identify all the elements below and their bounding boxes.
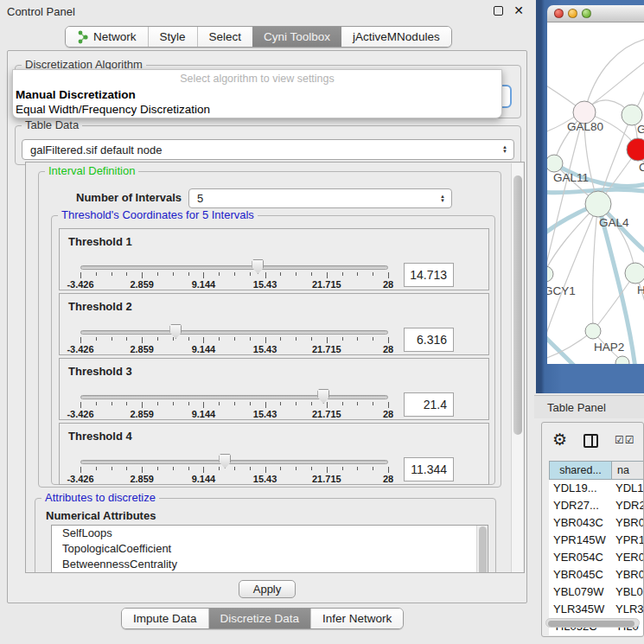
algorithm-option[interactable]: Equal Width/Frequency Discretization [13,102,501,117]
threshold-value-input[interactable]: 14.713 [404,263,454,287]
table-cell[interactable]: YER054C [549,549,611,566]
scrollbar-thumb[interactable] [548,621,634,627]
tick-mark [96,272,97,276]
threshold-slider-track[interactable] [80,330,388,335]
tick-mark [157,402,158,405]
attributes-group: Attributes to discretize Numerical Attri… [35,498,496,573]
table-data-combobox[interactable]: galFiltered.sif default node ▲ ▼ [22,139,514,160]
threshold-slider-thumb[interactable] [169,324,182,339]
table-cell[interactable]: YPR145W [549,532,611,549]
float-window-icon[interactable] [494,6,503,16]
threshold-slider-track[interactable] [80,460,388,464]
threshold-value-input[interactable]: 21.4 [404,392,454,417]
tick-mark [296,402,296,405]
numerical-attributes-list[interactable]: SelfLoopsTopologicalCoefficientBetweenne… [51,525,488,573]
network-node-c[interactable] [627,138,644,161]
tab-network[interactable]: Network [66,27,148,47]
network-canvas[interactable]: GAL80GACGAL11GAL4GCY1HHAP2 [547,22,644,364]
select-columns-icon[interactable]: ☑☑ [615,434,635,446]
table-cell[interactable]: YLR3 [611,601,644,618]
scrollbar-thumb[interactable] [513,175,522,435]
table-cell[interactable]: YER0 [611,549,644,566]
table-cell[interactable]: YBR0 [611,514,644,532]
attribute-list-scrollbar[interactable] [476,526,488,573]
tick-label: 21.715 [301,474,353,484]
scrollbar-thumb[interactable] [479,526,487,573]
column-header[interactable]: shared... [549,461,611,480]
zoom-traffic-light-icon[interactable] [582,9,591,18]
table-row[interactable]: YDR27...YDR2 [549,497,644,514]
network-node-gcy1[interactable] [547,266,553,282]
attribute-item[interactable]: TopologicalCoefficient [52,541,488,557]
table-cell[interactable]: YLR345W [549,601,611,618]
close-traffic-light-icon[interactable] [554,9,564,18]
tick-mark [311,402,312,405]
threshold-value-input[interactable]: 11.344 [404,457,454,481]
table-cell[interactable]: YBL0 [611,583,644,601]
column-header[interactable]: na [611,461,644,480]
tick-mark [311,467,312,470]
number-of-intervals-combobox[interactable]: 5 ▲ ▼ [188,188,452,208]
tab-jactivemnodules[interactable]: jActiveMNodules [341,27,451,47]
table-cell[interactable]: YPR1 [611,532,644,549]
threshold-slider-thumb[interactable] [252,259,264,274]
tab-select[interactable]: Select [197,27,253,47]
tick-mark [173,402,174,405]
tab-impute-data[interactable]: Impute Data [122,609,208,628]
close-icon[interactable]: ✕ [513,3,524,17]
tab-discretize-data[interactable]: Discretize Data [208,609,311,628]
threshold-slider-thumb[interactable] [317,389,329,404]
minimize-traffic-light-icon[interactable] [568,9,577,18]
tick-label: -3.426 [54,409,106,419]
attribute-item[interactable]: BetweennessCentrality [52,557,488,572]
tick-mark [173,337,174,341]
table-row[interactable]: YBR043CYBR0 [549,514,644,532]
panel-scrollbar[interactable] [511,163,523,572]
threshold-slider-track[interactable] [80,395,388,399]
tick-label: 9.144 [177,279,229,290]
tick-label: 15.43 [239,344,291,354]
network-edge[interactable] [593,204,598,331]
table-horizontal-scrollbar[interactable] [545,618,640,628]
table-cell[interactable]: YDR27... [549,497,611,514]
table-row[interactable]: YER054CYER0 [549,549,644,566]
threshold-slider-thumb[interactable] [219,454,231,469]
table-cell[interactable]: YDL1 [611,480,644,497]
cyni-toolbox-panel: Discretization Algorithm Select algorith… [7,50,527,603]
tick-mark [265,272,266,278]
table-row[interactable]: YBL079WYBL0 [549,583,644,601]
table-cell[interactable]: YBR0 [611,566,644,583]
spinner-icon[interactable]: ▲ ▼ [440,194,445,203]
tick-mark [388,467,389,473]
columns-icon[interactable] [583,434,598,448]
table-row[interactable]: YBR045CYBR0 [549,566,644,583]
table-cell[interactable]: YBR043C [549,514,611,532]
table-cell[interactable]: YDL19... [549,480,611,497]
spinner-icon[interactable]: ▲ ▼ [502,145,507,154]
gear-icon[interactable]: ⚙ [552,430,567,450]
tab-cyni-toolbox[interactable]: Cyni Toolbox [252,27,341,47]
network-node-h[interactable] [625,263,644,284]
network-node-gal4[interactable] [585,191,611,217]
threshold-value-input[interactable]: 6.316 [404,328,454,352]
control-panel: Control Panel ✕ NetworkStyleSelectCyni T… [0,0,534,644]
tick-mark [280,337,281,341]
attribute-item[interactable]: SelfLoops [52,526,488,541]
tab-infer-network[interactable]: Infer Network [310,609,403,628]
threshold-row: Threshold 1-3.4262.8599.14415.4321.71528… [59,228,489,290]
apply-button[interactable]: Apply [239,580,296,598]
network-node-gal11[interactable] [547,155,563,172]
network-node-hap2[interactable] [585,323,601,339]
table-row[interactable]: YLR345WYLR3 [549,601,644,618]
threshold-slider-track[interactable] [80,265,388,270]
network-window-titlebar[interactable] [547,5,644,22]
table-row[interactable]: YPR145WYPR1 [549,532,644,549]
table-row[interactable]: YDL19...YDL1 [549,480,644,497]
table-data-group: Table Data galFiltered.sif default node … [15,125,521,165]
network-edge[interactable] [547,334,577,364]
table-cell[interactable]: YBR045C [549,566,611,583]
table-cell[interactable]: YDR2 [611,497,644,514]
algorithm-option[interactable]: Manual Discretization [13,87,501,102]
table-cell[interactable]: YBL079W [549,583,611,601]
tab-style[interactable]: Style [148,27,197,47]
